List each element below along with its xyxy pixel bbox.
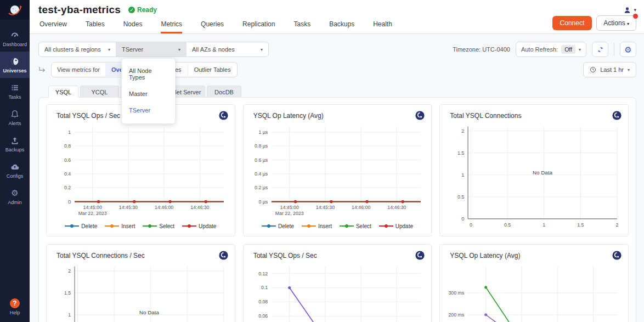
legend-line-icon [340, 224, 354, 228]
chart-title: Total YSQL Ops / Sec [253, 252, 317, 259]
sidebar-item-label: Universes [3, 68, 26, 74]
svg-text:0.8: 0.8 [64, 143, 71, 149]
yugabyte-logo-icon[interactable] [0, 0, 30, 20]
chevron-down-icon: ▾ [579, 47, 581, 52]
menu-item-all-node-types[interactable]: All Node Types [122, 63, 175, 86]
sidebar-item-label: Backups [5, 147, 25, 152]
svg-text:0.6 µs: 0.6 µs [255, 157, 268, 163]
legend-line-icon [143, 224, 157, 228]
yugabytedb-chart-icon [415, 111, 425, 120]
yugabytedb-chart-icon [612, 251, 622, 260]
clock-icon [590, 66, 596, 73]
sidebar-item-universes[interactable]: Universes [0, 52, 30, 78]
sidebar-item-configs[interactable]: Configs [0, 157, 30, 183]
svg-text:1: 1 [68, 129, 71, 135]
sidebar-item-label: Help [10, 310, 20, 315]
chart-card: YSQL Op Latency (Avg)200 ms300 ms [439, 244, 629, 322]
refresh-button[interactable] [592, 42, 608, 57]
sidebar-item-dashboard[interactable]: Dashboard [0, 25, 30, 52]
svg-text:Mar 22, 2023: Mar 22, 2023 [78, 211, 107, 216]
metric-tab-docdb[interactable]: DocDB [207, 86, 241, 98]
sidebar-item-backups[interactable]: Backups [0, 131, 30, 157]
connect-button[interactable]: Connect [552, 16, 592, 30]
tab-queries[interactable]: Queries [201, 20, 224, 33]
legend-item[interactable]: Update [182, 223, 216, 229]
divider [614, 43, 614, 56]
clusters-regions-select[interactable]: All clusters & regions ▾ [39, 42, 116, 57]
user-avatar-icon[interactable] [623, 6, 631, 14]
legend-item[interactable]: Insert [105, 223, 135, 229]
svg-text:0.1: 0.1 [261, 285, 268, 291]
legend-item[interactable]: Insert [302, 223, 332, 229]
legend-item[interactable]: Update [379, 223, 413, 229]
legend-item[interactable]: Select [143, 223, 174, 229]
tab-overview[interactable]: Overview [39, 20, 67, 33]
svg-text:14:45:30: 14:45:30 [119, 205, 138, 210]
sidebar-item-label: Dashboard [3, 42, 27, 47]
legend-item[interactable]: Select [340, 223, 371, 229]
help-question-icon: ? [10, 298, 20, 308]
chart-card: Total YSQL Ops / Sec14:45:00Mar 22, 2023… [46, 104, 235, 236]
legend-item[interactable]: Delete [65, 223, 97, 229]
notification-dot [633, 14, 638, 19]
universes-globe-icon [10, 57, 20, 66]
auto-refresh-value: Off [561, 45, 575, 54]
svg-text:2: 2 [616, 222, 619, 228]
metric-tab-ycql[interactable]: YCQL [80, 86, 119, 98]
chart-title: Total YSQL Ops / Sec [57, 112, 120, 120]
status-badge: ✓ Ready [128, 6, 157, 14]
menu-item-master[interactable]: Master [122, 86, 175, 102]
sidebar-item-label: Configs [7, 173, 24, 179]
actions-button[interactable]: Actions ▾ [596, 15, 636, 31]
svg-text:2: 2 [68, 268, 71, 274]
chart-plot: 200 ms300 ms [445, 260, 623, 322]
sidebar-item-tasks[interactable]: Tasks [0, 78, 30, 104]
tab-nodes[interactable]: Nodes [123, 20, 143, 33]
sidebar-item-help[interactable]: ? Help [0, 293, 30, 322]
user-menu-caret-icon[interactable]: ▾ [634, 7, 636, 13]
time-range-button[interactable]: Last 1 hr ▾ [583, 62, 636, 77]
svg-text:1: 1 [543, 222, 546, 228]
menu-item-tserver[interactable]: TServer [122, 102, 175, 118]
svg-text:2: 2 [462, 128, 465, 134]
chart-title: YSQL Op Latency (Avg) [450, 252, 520, 259]
chevron-down-icon: ▾ [178, 47, 180, 52]
main-area: test-yba-metrics ✓ Ready ▾ Overview Tabl… [30, 0, 644, 322]
universe-header: test-yba-metrics ✓ Ready ▾ [30, 0, 644, 16]
settings-button[interactable]: ⚙ [620, 42, 636, 57]
svg-text:0.06: 0.06 [258, 314, 268, 319]
sidebar: Dashboard Universes Tasks Alerts [0, 0, 30, 322]
scope-select-group: All clusters & regions ▾ TServer ▾ All A… [38, 42, 269, 57]
svg-text:14:46:00: 14:46:00 [155, 205, 173, 210]
tab-backups[interactable]: Backups [329, 20, 354, 33]
chart-plot: 00.511.5200.511.52No Data [52, 260, 229, 322]
sidebar-spacer [0, 210, 30, 293]
yugabytedb-chart-icon [415, 251, 425, 260]
view-option-outlier-tables[interactable]: Outlier Tables [188, 63, 237, 76]
svg-text:1: 1 [462, 172, 465, 178]
svg-text:1 µs: 1 µs [258, 129, 268, 135]
svg-text:0: 0 [68, 199, 71, 205]
chart-legend: DeleteInsertSelectUpdate [249, 223, 426, 229]
azs-nodes-select[interactable]: All AZs & nodes ▾ [186, 42, 268, 57]
legend-item[interactable]: Delete [262, 223, 294, 229]
tab-tables[interactable]: Tables [86, 20, 105, 33]
svg-text:0.2 µs: 0.2 µs [255, 185, 268, 190]
tab-tasks[interactable]: Tasks [293, 20, 310, 33]
tab-replication[interactable]: Replication [242, 20, 275, 33]
svg-text:0.4: 0.4 [64, 171, 71, 177]
chart-plot: 00.511.5200.511.52No Data [445, 120, 623, 231]
auto-refresh-control[interactable]: Auto Refresh: Off ▾ [516, 42, 586, 57]
sidebar-item-admin[interactable]: ⚙ Admin [0, 183, 30, 210]
tab-metrics[interactable]: Metrics [161, 20, 182, 33]
svg-text:0.2: 0.2 [64, 185, 71, 190]
svg-text:1.5: 1.5 [64, 290, 71, 296]
chevron-down-icon: ▾ [261, 47, 263, 52]
tab-health[interactable]: Health [373, 20, 392, 33]
sidebar-item-alerts[interactable]: Alerts [0, 104, 30, 131]
tasks-list-icon [10, 83, 20, 93]
svg-text:1.5: 1.5 [457, 150, 464, 156]
chevron-down-icon: ▾ [628, 67, 630, 72]
metric-tab-ysql[interactable]: YSQL [48, 86, 78, 98]
node-type-select[interactable]: TServer ▾ [116, 42, 186, 57]
